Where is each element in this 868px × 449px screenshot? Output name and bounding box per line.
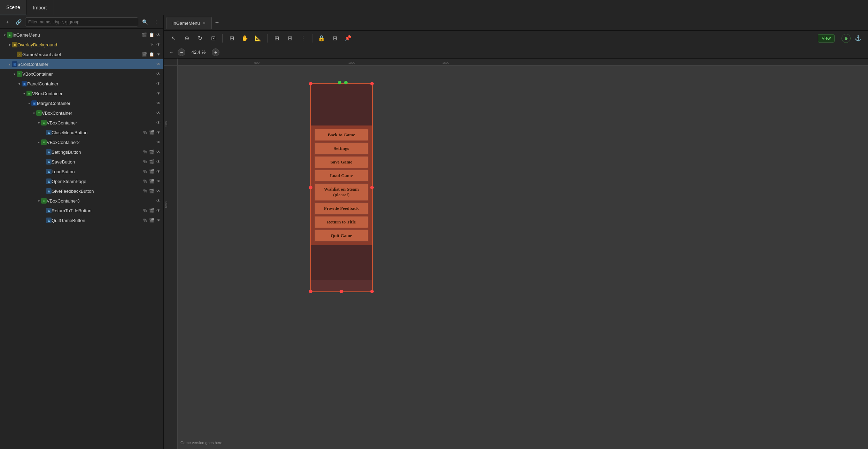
- tree-item-closemenubutton[interactable]: ♟ CloseMenuButton % 🎬 👁: [0, 128, 163, 137]
- scale-tool-button[interactable]: ⊡: [208, 33, 219, 44]
- icon-percent[interactable]: %: [143, 130, 147, 135]
- tree-item-vbox4[interactable]: ▾ ≡ VBoxContainer 👁: [0, 118, 163, 128]
- pan-tool-button[interactable]: ✋: [239, 33, 250, 44]
- icon-eye[interactable]: 👁: [156, 140, 161, 145]
- tree-item-scrollcontainer[interactable]: ▾ ⊞ ScrollContainer 👁: [0, 59, 163, 69]
- tree-item-vbox2[interactable]: ▾ ≡ VBoxContainer 👁: [0, 89, 163, 98]
- icon-clip[interactable]: 📋: [149, 32, 154, 37]
- icon-eye[interactable]: 👁: [156, 101, 161, 106]
- icon-film[interactable]: 🎬: [142, 52, 147, 57]
- handle-br[interactable]: [370, 290, 374, 293]
- icon-eye[interactable]: 👁: [156, 42, 161, 47]
- handle-mr[interactable]: [370, 186, 374, 189]
- tree-item-overlaybackground[interactable]: ▾ ■ OverlayBackground % 👁: [0, 40, 163, 50]
- icon-percent[interactable]: %: [143, 189, 147, 193]
- handle-bm[interactable]: [340, 290, 343, 293]
- icon-film[interactable]: 🎬: [149, 208, 154, 213]
- add-node-button[interactable]: +: [3, 17, 12, 26]
- icon-clip[interactable]: 📋: [149, 52, 154, 57]
- icon-film[interactable]: 🎬: [149, 169, 154, 174]
- icon-eye[interactable]: 👁: [156, 218, 161, 223]
- tree-item-loadbutton[interactable]: ♟ LoadButton % 🎬 👁: [0, 167, 163, 176]
- icon-eye[interactable]: 👁: [156, 120, 161, 125]
- icon-film[interactable]: 🎬: [149, 179, 154, 184]
- tree-item-returntotitlebutton[interactable]: ♟ ReturnToTitleButton % 🎬 👁: [0, 206, 163, 215]
- save-game-button[interactable]: Save Game: [314, 156, 369, 168]
- transform-tool-button[interactable]: ⊞: [226, 33, 237, 44]
- zoom-in-button[interactable]: +: [212, 48, 219, 56]
- tree-item-opensteampage[interactable]: ♟ OpenSteamPage % 🎬 👁: [0, 176, 163, 186]
- icon-eye[interactable]: 👁: [156, 71, 161, 76]
- icon-eye[interactable]: 👁: [156, 81, 161, 86]
- icon-percent[interactable]: %: [143, 169, 147, 174]
- icon-eye[interactable]: 👁: [156, 111, 161, 115]
- icon-percent[interactable]: %: [143, 218, 147, 223]
- icon-film[interactable]: 🎬: [149, 218, 154, 223]
- return-to-title-button[interactable]: Return to Title: [314, 216, 369, 228]
- link-button[interactable]: 🔗: [14, 17, 23, 26]
- more-tools-button[interactable]: ⋮: [297, 33, 309, 44]
- icon-film[interactable]: 🎬: [149, 130, 154, 135]
- rotate-tool-button[interactable]: ↻: [194, 33, 206, 44]
- icon-percent[interactable]: %: [143, 208, 147, 213]
- icon-percent[interactable]: %: [150, 42, 154, 47]
- tree-item-vboxcontainer3[interactable]: ▾ ≡ VBoxContainer3 👁: [0, 196, 163, 206]
- icon-percent[interactable]: %: [143, 150, 147, 154]
- grid-snap-button[interactable]: ⊞: [271, 33, 282, 44]
- tree-item-gameversionlabel[interactable]: A GameVersionLabel 🎬 📋 👁: [0, 50, 163, 59]
- green-dot-1[interactable]: [338, 81, 341, 84]
- tree-item-quitgamebutton[interactable]: ♟ QuitGameButton % 🎬 👁: [0, 215, 163, 225]
- provide-feedback-button[interactable]: Provide Feedback: [314, 202, 369, 215]
- wishlist-steam-button[interactable]: Wishlist on Steam(please!): [314, 183, 369, 201]
- ruler-tool-button[interactable]: 📐: [253, 33, 264, 44]
- icon-eye[interactable]: 👁: [156, 52, 161, 57]
- scene-menu-icon[interactable]: ⋮: [152, 17, 161, 26]
- handle-tl[interactable]: [309, 82, 312, 85]
- handle-tr[interactable]: [370, 82, 374, 85]
- tree-item-vbox1[interactable]: ▾ ≡ VBoxContainer 👁: [0, 69, 163, 79]
- canvas-tab-close[interactable]: ✕: [203, 21, 206, 25]
- icon-eye[interactable]: 👁: [156, 169, 161, 174]
- icon-eye[interactable]: 👁: [156, 159, 161, 164]
- search-icon[interactable]: 🔍: [140, 17, 149, 26]
- icon-eye[interactable]: 👁: [156, 62, 161, 67]
- tree-item-givefeedbackbutton[interactable]: ♟ GiveFeedbackButton % 🎬 👁: [0, 186, 163, 196]
- tree-item-savebutton[interactable]: ♟ SaveButton % 🎬 👁: [0, 157, 163, 167]
- move-tool-button[interactable]: ⊕: [181, 33, 192, 44]
- tree-item-ingamemenu[interactable]: ▾ ● InGameMenu 🎬 📋 👁: [0, 30, 163, 40]
- icon-film[interactable]: 🎬: [149, 150, 154, 154]
- tab-scene[interactable]: Scene: [0, 0, 27, 15]
- icon-eye[interactable]: 👁: [156, 130, 161, 135]
- group-button[interactable]: ⊞: [329, 33, 340, 44]
- back-to-game-button[interactable]: Back to Game: [314, 129, 369, 141]
- select-tool-button[interactable]: ↖: [168, 33, 179, 44]
- green-dot-2[interactable]: [344, 81, 348, 84]
- load-game-button[interactable]: Load Game: [314, 169, 369, 182]
- icon-eye[interactable]: 👁: [156, 189, 161, 193]
- icon-eye[interactable]: 👁: [156, 179, 161, 184]
- icon-percent[interactable]: %: [143, 179, 147, 184]
- pin-button[interactable]: 📌: [342, 33, 354, 44]
- icon-film[interactable]: 🎬: [149, 189, 154, 193]
- tree-item-panelcontainer[interactable]: ▾ ▣ PanelContainer 👁: [0, 79, 163, 89]
- icon-percent[interactable]: %: [143, 159, 147, 164]
- view-mode-add-button[interactable]: ⊕: [842, 34, 851, 43]
- quit-game-button[interactable]: Quit Game: [314, 229, 369, 242]
- handle-ml[interactable]: [309, 186, 312, 189]
- icon-eye[interactable]: 👁: [156, 91, 161, 96]
- tree-item-margincontainer[interactable]: ▾ ▣ MarginContainer 👁: [0, 98, 163, 108]
- icon-eye[interactable]: 👁: [156, 198, 161, 203]
- settings-button[interactable]: Settings: [314, 142, 369, 155]
- handle-bl[interactable]: [309, 290, 312, 293]
- canvas-viewport[interactable]: 500 1000 1500 500 1000: [164, 59, 868, 449]
- zoom-out-button[interactable]: −: [178, 48, 185, 56]
- canvas-tab-ingamemenu[interactable]: InGameMenu ✕: [166, 17, 212, 29]
- lock-button[interactable]: 🔒: [316, 33, 327, 44]
- canvas-tab-add[interactable]: +: [215, 19, 219, 26]
- anchor-button[interactable]: ⚓: [853, 33, 864, 44]
- tree-item-vbox3[interactable]: ▾ ≡ VBoxContainer 👁: [0, 108, 163, 118]
- icon-film[interactable]: 🎬: [149, 159, 154, 164]
- icon-eye[interactable]: 👁: [156, 208, 161, 213]
- icon-eye[interactable]: 👁: [156, 150, 161, 154]
- snap-button[interactable]: ⊞: [284, 33, 295, 44]
